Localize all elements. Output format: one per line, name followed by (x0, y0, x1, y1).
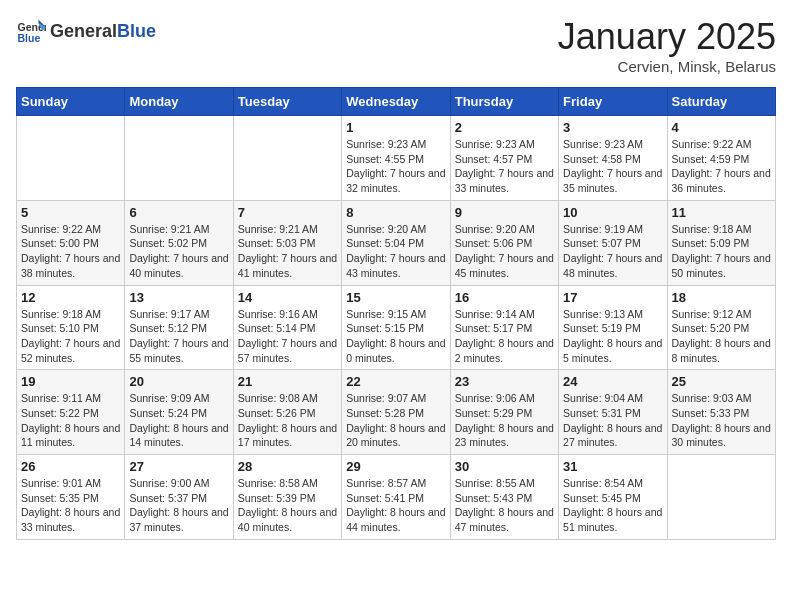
day-cell-11: 11Sunrise: 9:18 AM Sunset: 5:09 PM Dayli… (667, 200, 775, 285)
day-number: 9 (455, 205, 554, 220)
day-cell-25: 25Sunrise: 9:03 AM Sunset: 5:33 PM Dayli… (667, 370, 775, 455)
day-info: Sunrise: 9:21 AM Sunset: 5:02 PM Dayligh… (129, 222, 228, 281)
title-section: January 2025 Cervien, Minsk, Belarus (558, 16, 776, 75)
day-info: Sunrise: 8:55 AM Sunset: 5:43 PM Dayligh… (455, 476, 554, 535)
day-number: 13 (129, 290, 228, 305)
day-info: Sunrise: 9:17 AM Sunset: 5:12 PM Dayligh… (129, 307, 228, 366)
day-cell-27: 27Sunrise: 9:00 AM Sunset: 5:37 PM Dayli… (125, 455, 233, 540)
weekday-header-tuesday: Tuesday (233, 88, 341, 116)
day-cell-24: 24Sunrise: 9:04 AM Sunset: 5:31 PM Dayli… (559, 370, 667, 455)
weekday-header-wednesday: Wednesday (342, 88, 450, 116)
day-number: 3 (563, 120, 662, 135)
day-cell-5: 5Sunrise: 9:22 AM Sunset: 5:00 PM Daylig… (17, 200, 125, 285)
day-info: Sunrise: 9:20 AM Sunset: 5:06 PM Dayligh… (455, 222, 554, 281)
day-cell-26: 26Sunrise: 9:01 AM Sunset: 5:35 PM Dayli… (17, 455, 125, 540)
logo-icon: General Blue (16, 16, 46, 46)
day-info: Sunrise: 9:06 AM Sunset: 5:29 PM Dayligh… (455, 391, 554, 450)
day-cell-7: 7Sunrise: 9:21 AM Sunset: 5:03 PM Daylig… (233, 200, 341, 285)
page-header: General Blue GeneralBlue January 2025 Ce… (16, 16, 776, 75)
day-info: Sunrise: 9:04 AM Sunset: 5:31 PM Dayligh… (563, 391, 662, 450)
day-number: 18 (672, 290, 771, 305)
day-cell-6: 6Sunrise: 9:21 AM Sunset: 5:02 PM Daylig… (125, 200, 233, 285)
weekday-header-row: SundayMondayTuesdayWednesdayThursdayFrid… (17, 88, 776, 116)
day-number: 22 (346, 374, 445, 389)
day-number: 16 (455, 290, 554, 305)
day-number: 17 (563, 290, 662, 305)
day-number: 7 (238, 205, 337, 220)
calendar-title: January 2025 (558, 16, 776, 58)
day-number: 8 (346, 205, 445, 220)
day-info: Sunrise: 8:57 AM Sunset: 5:41 PM Dayligh… (346, 476, 445, 535)
day-number: 28 (238, 459, 337, 474)
logo: General Blue GeneralBlue (16, 16, 156, 46)
day-cell-12: 12Sunrise: 9:18 AM Sunset: 5:10 PM Dayli… (17, 285, 125, 370)
day-number: 31 (563, 459, 662, 474)
day-info: Sunrise: 9:01 AM Sunset: 5:35 PM Dayligh… (21, 476, 120, 535)
day-info: Sunrise: 9:18 AM Sunset: 5:10 PM Dayligh… (21, 307, 120, 366)
day-cell-19: 19Sunrise: 9:11 AM Sunset: 5:22 PM Dayli… (17, 370, 125, 455)
day-cell-22: 22Sunrise: 9:07 AM Sunset: 5:28 PM Dayli… (342, 370, 450, 455)
day-info: Sunrise: 9:19 AM Sunset: 5:07 PM Dayligh… (563, 222, 662, 281)
day-info: Sunrise: 9:15 AM Sunset: 5:15 PM Dayligh… (346, 307, 445, 366)
day-number: 26 (21, 459, 120, 474)
day-cell-29: 29Sunrise: 8:57 AM Sunset: 5:41 PM Dayli… (342, 455, 450, 540)
logo-general: General (50, 21, 117, 42)
day-info: Sunrise: 9:13 AM Sunset: 5:19 PM Dayligh… (563, 307, 662, 366)
day-number: 11 (672, 205, 771, 220)
empty-cell (125, 116, 233, 201)
day-cell-2: 2Sunrise: 9:23 AM Sunset: 4:57 PM Daylig… (450, 116, 558, 201)
day-cell-16: 16Sunrise: 9:14 AM Sunset: 5:17 PM Dayli… (450, 285, 558, 370)
day-cell-9: 9Sunrise: 9:20 AM Sunset: 5:06 PM Daylig… (450, 200, 558, 285)
day-number: 25 (672, 374, 771, 389)
day-info: Sunrise: 9:22 AM Sunset: 4:59 PM Dayligh… (672, 137, 771, 196)
day-number: 20 (129, 374, 228, 389)
week-row-4: 19Sunrise: 9:11 AM Sunset: 5:22 PM Dayli… (17, 370, 776, 455)
day-cell-15: 15Sunrise: 9:15 AM Sunset: 5:15 PM Dayli… (342, 285, 450, 370)
week-row-3: 12Sunrise: 9:18 AM Sunset: 5:10 PM Dayli… (17, 285, 776, 370)
day-number: 15 (346, 290, 445, 305)
weekday-header-sunday: Sunday (17, 88, 125, 116)
logo-blue: Blue (117, 21, 156, 42)
day-info: Sunrise: 9:22 AM Sunset: 5:00 PM Dayligh… (21, 222, 120, 281)
svg-text:Blue: Blue (18, 32, 41, 44)
weekday-header-friday: Friday (559, 88, 667, 116)
day-info: Sunrise: 9:18 AM Sunset: 5:09 PM Dayligh… (672, 222, 771, 281)
day-number: 14 (238, 290, 337, 305)
day-info: Sunrise: 9:09 AM Sunset: 5:24 PM Dayligh… (129, 391, 228, 450)
day-number: 1 (346, 120, 445, 135)
day-info: Sunrise: 9:12 AM Sunset: 5:20 PM Dayligh… (672, 307, 771, 366)
day-number: 12 (21, 290, 120, 305)
day-info: Sunrise: 9:07 AM Sunset: 5:28 PM Dayligh… (346, 391, 445, 450)
day-info: Sunrise: 9:20 AM Sunset: 5:04 PM Dayligh… (346, 222, 445, 281)
day-info: Sunrise: 9:08 AM Sunset: 5:26 PM Dayligh… (238, 391, 337, 450)
empty-cell (17, 116, 125, 201)
day-info: Sunrise: 9:23 AM Sunset: 4:55 PM Dayligh… (346, 137, 445, 196)
week-row-2: 5Sunrise: 9:22 AM Sunset: 5:00 PM Daylig… (17, 200, 776, 285)
empty-cell (667, 455, 775, 540)
day-cell-21: 21Sunrise: 9:08 AM Sunset: 5:26 PM Dayli… (233, 370, 341, 455)
day-number: 2 (455, 120, 554, 135)
day-number: 5 (21, 205, 120, 220)
day-number: 30 (455, 459, 554, 474)
day-cell-8: 8Sunrise: 9:20 AM Sunset: 5:04 PM Daylig… (342, 200, 450, 285)
week-row-5: 26Sunrise: 9:01 AM Sunset: 5:35 PM Dayli… (17, 455, 776, 540)
day-number: 21 (238, 374, 337, 389)
day-info: Sunrise: 8:58 AM Sunset: 5:39 PM Dayligh… (238, 476, 337, 535)
day-cell-20: 20Sunrise: 9:09 AM Sunset: 5:24 PM Dayli… (125, 370, 233, 455)
day-info: Sunrise: 9:00 AM Sunset: 5:37 PM Dayligh… (129, 476, 228, 535)
week-row-1: 1Sunrise: 9:23 AM Sunset: 4:55 PM Daylig… (17, 116, 776, 201)
day-number: 6 (129, 205, 228, 220)
day-info: Sunrise: 9:14 AM Sunset: 5:17 PM Dayligh… (455, 307, 554, 366)
day-info: Sunrise: 9:23 AM Sunset: 4:58 PM Dayligh… (563, 137, 662, 196)
day-cell-31: 31Sunrise: 8:54 AM Sunset: 5:45 PM Dayli… (559, 455, 667, 540)
day-cell-30: 30Sunrise: 8:55 AM Sunset: 5:43 PM Dayli… (450, 455, 558, 540)
day-number: 29 (346, 459, 445, 474)
empty-cell (233, 116, 341, 201)
day-cell-13: 13Sunrise: 9:17 AM Sunset: 5:12 PM Dayli… (125, 285, 233, 370)
day-cell-18: 18Sunrise: 9:12 AM Sunset: 5:20 PM Dayli… (667, 285, 775, 370)
day-number: 4 (672, 120, 771, 135)
day-number: 24 (563, 374, 662, 389)
weekday-header-monday: Monday (125, 88, 233, 116)
day-cell-23: 23Sunrise: 9:06 AM Sunset: 5:29 PM Dayli… (450, 370, 558, 455)
day-number: 27 (129, 459, 228, 474)
